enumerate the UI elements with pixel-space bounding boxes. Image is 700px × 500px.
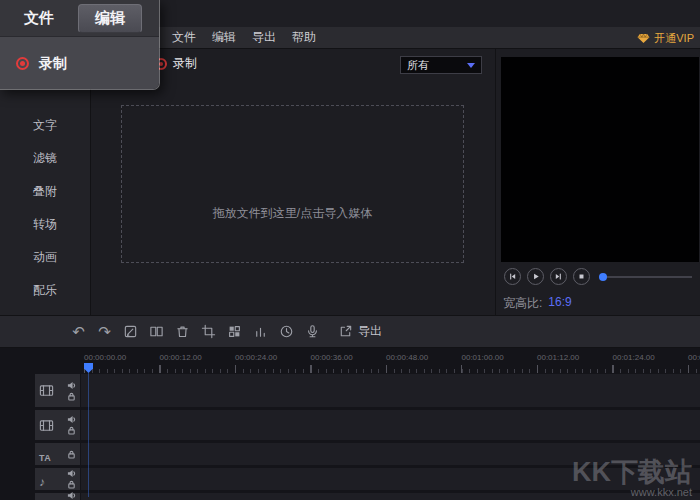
- speaker-icon[interactable]: [67, 491, 76, 500]
- file-menu-overlay: 文件编辑 录制: [0, 0, 160, 90]
- delete-button[interactable]: [174, 323, 191, 340]
- track-toggles: [67, 469, 76, 489]
- menubar-item[interactable]: 导出: [252, 29, 276, 46]
- track-header[interactable]: [35, 410, 80, 440]
- lock-icon[interactable]: [67, 392, 76, 401]
- track-lane[interactable]: [81, 493, 700, 500]
- export-button[interactable]: 导出: [338, 323, 382, 340]
- track-row-text: TA: [0, 443, 700, 465]
- record-icon: [16, 57, 29, 70]
- speaker-icon[interactable]: [67, 415, 76, 424]
- overlay-record-item[interactable]: 录制: [0, 37, 159, 90]
- timeline-ruler[interactable]: 00:00:00.0000:00:12.0000:00:24.0000:00:3…: [0, 348, 700, 374]
- video-track-icon: [39, 418, 54, 433]
- menubar-item[interactable]: 帮助: [292, 29, 316, 46]
- slider-handle[interactable]: [599, 273, 607, 281]
- sidebar-item[interactable]: 滤镜: [0, 142, 90, 175]
- menubar-items: 文件编辑导出帮助: [172, 29, 316, 46]
- ruler-timestamp: 00:01:24.00: [613, 348, 689, 362]
- ruler-timestamp: 00:00:12.00: [160, 348, 236, 362]
- playhead[interactable]: [84, 363, 93, 373]
- playback-controls: [504, 268, 692, 285]
- microphone-button[interactable]: [304, 323, 321, 340]
- seek-slider[interactable]: [599, 268, 692, 285]
- track-row-video: [0, 374, 700, 407]
- playhead-line: [88, 373, 89, 497]
- crop-button[interactable]: [200, 323, 217, 340]
- track-row-audio: ♪: [0, 493, 700, 500]
- lock-icon[interactable]: [67, 450, 76, 459]
- lock-icon[interactable]: [67, 480, 76, 489]
- track-spacer: [0, 493, 35, 500]
- sidebar-item[interactable]: 叠附: [0, 175, 90, 208]
- export-icon: [338, 324, 353, 339]
- track-lane[interactable]: [81, 443, 700, 465]
- duration-button[interactable]: [278, 323, 295, 340]
- track-header[interactable]: TA: [35, 443, 80, 465]
- video-editor-app: 文件编辑导出帮助 开通VIP 文字滤镜叠附转场动画配乐 录制 所有 拖放文件到这…: [0, 0, 700, 500]
- aspect-ratio-value[interactable]: 16:9: [548, 295, 571, 312]
- menubar-item[interactable]: 编辑: [212, 29, 236, 46]
- ruler-timestamp: 00:00:24.00: [235, 348, 311, 362]
- track-toggles: [67, 381, 76, 401]
- media-filter-dropdown[interactable]: 所有: [400, 56, 482, 74]
- menubar-item[interactable]: 文件: [172, 29, 196, 46]
- ruler-timestamp: 00:00:48.00: [386, 348, 462, 362]
- edit-button[interactable]: [122, 323, 139, 340]
- skip-forward-button[interactable]: [550, 268, 567, 285]
- speaker-icon[interactable]: [67, 469, 76, 478]
- vip-label: 开通VIP: [654, 31, 694, 46]
- track-header[interactable]: [35, 374, 80, 407]
- skip-back-button[interactable]: [504, 268, 521, 285]
- speaker-icon[interactable]: [67, 381, 76, 390]
- ruler-timestamp: 00:01:36.00: [688, 348, 700, 362]
- slider-track: [599, 276, 692, 278]
- ruler-timestamp: 00:00:36.00: [311, 348, 387, 362]
- lock-icon[interactable]: [67, 426, 76, 435]
- export-label: 导出: [358, 323, 382, 340]
- track-row-video: [0, 410, 700, 440]
- aspect-ratio-row: 宽高比: 16:9: [503, 295, 572, 312]
- chevron-down-icon: [467, 63, 475, 68]
- ruler-major-ticks: [84, 365, 700, 373]
- track-spacer: [0, 410, 35, 440]
- ruler-timestamp: 00:01:12.00: [537, 348, 613, 362]
- vip-button[interactable]: 开通VIP: [637, 27, 694, 49]
- preview-panel: 宽高比: 16:9: [495, 49, 700, 315]
- dropzone-hint: 拖放文件到这里/点击导入媒体: [213, 205, 372, 222]
- sidebar-item[interactable]: 配乐: [0, 274, 90, 307]
- track-toggles: [67, 415, 76, 435]
- track-lane[interactable]: [81, 374, 700, 407]
- sidebar-item[interactable]: 转场: [0, 208, 90, 241]
- track-header[interactable]: ♪: [35, 493, 80, 500]
- ruler-timestamp: 00:00:00.00: [84, 348, 160, 362]
- stop-button[interactable]: [573, 268, 590, 285]
- track-list: TA♪♪: [0, 374, 700, 500]
- overlay-tab[interactable]: 文件: [24, 9, 54, 28]
- mosaic-button[interactable]: [226, 323, 243, 340]
- track-spacer: [0, 468, 35, 490]
- record-label: 录制: [173, 55, 197, 72]
- record-button[interactable]: 录制: [155, 55, 197, 72]
- text-track-icon: TA: [39, 447, 54, 462]
- vip-diamond-icon: [637, 33, 650, 44]
- track-toggles: [67, 491, 76, 500]
- audio-track-icon: ♪: [39, 494, 54, 500]
- aspect-ratio-label: 宽高比:: [503, 295, 542, 312]
- undo-button[interactable]: ↶: [70, 323, 87, 340]
- equalizer-button[interactable]: [252, 323, 269, 340]
- redo-button[interactable]: ↷: [96, 323, 113, 340]
- track-lane[interactable]: [81, 410, 700, 440]
- ruler-labels: 00:00:00.0000:00:12.0000:00:24.0000:00:3…: [0, 348, 700, 362]
- track-toggles: [67, 450, 76, 459]
- import-dropzone[interactable]: 拖放文件到这里/点击导入媒体: [121, 105, 464, 263]
- overlay-tab[interactable]: 编辑: [78, 4, 142, 33]
- track-lane[interactable]: [81, 468, 700, 490]
- track-spacer: [0, 374, 35, 407]
- sidebar-item[interactable]: 文字: [0, 109, 90, 142]
- track-header[interactable]: ♪: [35, 468, 80, 490]
- split-button[interactable]: [148, 323, 165, 340]
- edit-toolbar: ↶↷ 导出: [0, 315, 700, 348]
- play-button[interactable]: [527, 268, 544, 285]
- sidebar-item[interactable]: 动画: [0, 241, 90, 274]
